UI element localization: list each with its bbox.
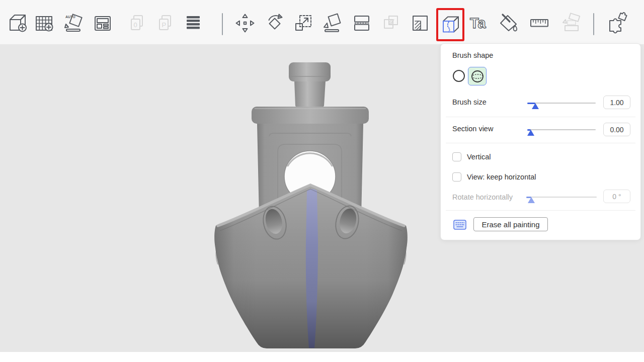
support-painting-icon[interactable]: [409, 12, 431, 34]
color-painting-icon[interactable]: [498, 12, 520, 34]
move-icon[interactable]: [234, 12, 256, 34]
rotate-horizontally-value: 0 °: [603, 190, 630, 203]
slider-thumb[interactable]: [527, 130, 534, 136]
sphere-icon: [470, 69, 485, 84]
benchy-hull[interactable]: [214, 185, 408, 348]
brush-size-value[interactable]: 1.00: [603, 96, 630, 109]
brush-shape-label: Brush shape: [452, 51, 493, 59]
main-toolbar: AUTO 0 P: [0, 0, 644, 44]
rotate-horizontally-label: Rotate horizontally: [452, 193, 513, 201]
brush-size-label: Brush size: [452, 98, 487, 106]
add-plate-icon[interactable]: [33, 12, 55, 34]
erase-all-painting-button[interactable]: Erase all painting: [473, 217, 548, 231]
slicer-app: { "toolbar": { "items": [ {"name": "add-…: [0, 0, 644, 362]
toolbar-separator: [222, 13, 223, 35]
place-on-face-icon[interactable]: [321, 12, 343, 34]
mesh-boolean-icon: [380, 12, 402, 34]
section-view-slider[interactable]: [527, 125, 596, 136]
keyboard-shortcuts-icon[interactable]: [453, 220, 466, 230]
svg-text:0: 0: [134, 21, 137, 29]
brush-size-slider[interactable]: [527, 99, 596, 110]
slider-thumb: [528, 197, 535, 203]
panel-divider: [446, 117, 635, 117]
seam-painting-icon[interactable]: [439, 14, 461, 36]
brush-shape-circle-option[interactable]: [452, 69, 465, 82]
brush-shape-sphere-option[interactable]: [468, 67, 487, 85]
svg-text:AUTO: AUTO: [65, 15, 75, 19]
vertical-checkbox-row: Vertical: [452, 152, 491, 161]
slider-track[interactable]: [527, 129, 596, 130]
split-to-parts-icon: P: [155, 12, 177, 34]
svg-text:P: P: [162, 21, 167, 29]
toolbar-separator: [593, 13, 594, 35]
benchy-chimney: [289, 62, 331, 107]
assembly-icon: [560, 12, 583, 34]
add-object-icon[interactable]: [7, 12, 29, 34]
slider-thumb[interactable]: [532, 103, 539, 109]
rotate-horizontally-slider: [526, 193, 597, 204]
vertical-checkbox[interactable]: [452, 152, 461, 161]
panel-divider: [446, 210, 635, 211]
split-to-objects-icon: 0: [127, 12, 149, 34]
cut-icon[interactable]: [351, 12, 373, 34]
slider-track: [526, 197, 597, 198]
rotate-icon[interactable]: [264, 12, 286, 34]
panel-divider: [446, 143, 635, 143]
split-puzzle-icon[interactable]: [606, 12, 628, 34]
seam-tool-panel: Brush shape Brush size 1.00 Section view…: [440, 43, 641, 240]
measure-icon[interactable]: [528, 12, 550, 34]
view-keep-horizontal-checkbox-row: View: keep horizontal: [452, 172, 536, 182]
auto-orient-icon[interactable]: AUTO: [62, 12, 85, 34]
vertical-label: Vertical: [467, 153, 491, 161]
text-tool-icon[interactable]: Ta: [468, 12, 491, 34]
benchy-cabin-roof: [252, 107, 369, 124]
scale-icon[interactable]: [292, 12, 314, 34]
view-keep-horizontal-label: View: keep horizontal: [467, 173, 536, 181]
svg-text:Ta: Ta: [470, 15, 487, 31]
section-view-value[interactable]: 0.00: [603, 123, 630, 136]
section-view-label: Section view: [452, 125, 493, 133]
view-keep-horizontal-checkbox[interactable]: [452, 172, 461, 182]
arrange-icon[interactable]: [92, 12, 114, 34]
variable-layer-height-icon[interactable]: [182, 12, 204, 34]
